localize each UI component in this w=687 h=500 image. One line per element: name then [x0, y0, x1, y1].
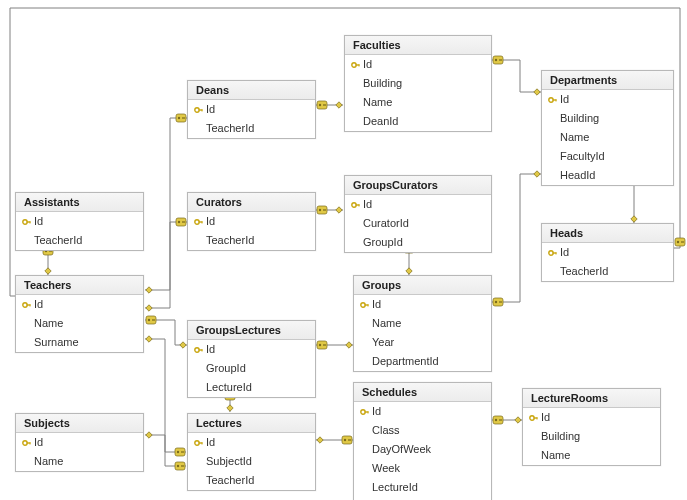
key-icon: [358, 407, 372, 417]
pk-field[interactable]: Id: [542, 90, 673, 109]
field-name: FacultyId: [560, 149, 665, 164]
table-header: Lectures: [188, 414, 315, 433]
svg-rect-5: [359, 64, 360, 66]
fields: IdTeacherId: [542, 243, 673, 281]
field[interactable]: DeanId: [345, 112, 491, 131]
field[interactable]: Week: [354, 459, 491, 478]
field[interactable]: Building: [523, 427, 660, 446]
field-name: Name: [560, 130, 665, 145]
field[interactable]: Name: [523, 446, 660, 465]
pk-field[interactable]: Id: [188, 100, 315, 119]
table-assistants[interactable]: Assistants IdTeacherId: [15, 192, 144, 251]
field[interactable]: TeacherId: [188, 231, 315, 250]
pk-field[interactable]: Id: [542, 243, 673, 262]
table-header: Teachers: [16, 276, 143, 295]
pk-field[interactable]: Id: [188, 433, 315, 452]
field[interactable]: Name: [16, 452, 143, 471]
field-name: Name: [541, 448, 652, 463]
field[interactable]: Class: [354, 421, 491, 440]
fields: IdBuildingName: [523, 408, 660, 465]
field-name: Id: [363, 57, 483, 72]
field[interactable]: Surname: [16, 333, 143, 352]
field-name: DepartmentId: [372, 354, 483, 369]
diagram-canvas[interactable]: Faculties IdBuildingNameDeanId Deans IdT…: [0, 0, 687, 500]
field[interactable]: Name: [354, 314, 491, 333]
svg-rect-38: [202, 442, 203, 444]
field[interactable]: Building: [345, 74, 491, 93]
field[interactable]: Building: [542, 109, 673, 128]
pk-field[interactable]: Id: [354, 402, 491, 421]
table-faculties[interactable]: Faculties IdBuildingNameDeanId: [344, 35, 492, 132]
table-lectures[interactable]: Lectures IdSubjectIdTeacherId: [187, 413, 316, 491]
field[interactable]: GroupId: [345, 233, 491, 252]
table-lecture-rooms[interactable]: LectureRooms IdBuildingName: [522, 388, 661, 466]
field-name: Id: [560, 245, 665, 260]
table-heads[interactable]: Heads IdTeacherId: [541, 223, 674, 282]
field-name: TeacherId: [206, 233, 307, 248]
key-icon: [527, 413, 541, 423]
key-icon: [192, 345, 206, 355]
svg-rect-14: [30, 221, 31, 223]
fields: IdTeacherId: [188, 100, 315, 138]
fields: IdGroupIdLectureId: [188, 340, 315, 397]
fields: IdName: [16, 433, 143, 471]
table-curators[interactable]: Curators IdTeacherId: [187, 192, 316, 251]
key-icon: [546, 95, 560, 105]
table-schedules[interactable]: Schedules IdClassDayOfWeekWeekLectureIdL…: [353, 382, 492, 500]
field-name: Id: [206, 214, 307, 229]
pk-field[interactable]: Id: [354, 295, 491, 314]
field-name: Building: [541, 429, 652, 444]
table-groups[interactable]: Groups IdNameYearDepartmentId: [353, 275, 492, 372]
table-header: GroupsLectures: [188, 321, 315, 340]
table-deans[interactable]: Deans IdTeacherId: [187, 80, 316, 139]
key-icon: [20, 217, 34, 227]
field-name: Building: [560, 111, 665, 126]
key-icon: [192, 105, 206, 115]
field[interactable]: TeacherId: [542, 262, 673, 281]
table-subjects[interactable]: Subjects IdName: [15, 413, 144, 472]
key-icon: [349, 200, 363, 210]
field[interactable]: SubjectId: [188, 452, 315, 471]
field[interactable]: GroupId: [188, 359, 315, 378]
field[interactable]: Name: [345, 93, 491, 112]
field[interactable]: DayOfWeek: [354, 440, 491, 459]
field[interactable]: DepartmentId: [354, 352, 491, 371]
field[interactable]: FacultyId: [542, 147, 673, 166]
svg-rect-17: [202, 221, 203, 223]
pk-field[interactable]: Id: [188, 340, 315, 359]
pk-field[interactable]: Id: [16, 295, 143, 314]
pk-field[interactable]: Id: [523, 408, 660, 427]
field[interactable]: Name: [16, 314, 143, 333]
field[interactable]: Name: [542, 128, 673, 147]
field-name: TeacherId: [206, 121, 307, 136]
field[interactable]: LectureId: [354, 478, 491, 497]
field-name: Id: [206, 102, 307, 117]
field-name: TeacherId: [560, 264, 665, 279]
pk-field[interactable]: Id: [188, 212, 315, 231]
field-name: TeacherId: [206, 473, 307, 488]
pk-field[interactable]: Id: [16, 433, 143, 452]
field[interactable]: Year: [354, 333, 491, 352]
table-header: Subjects: [16, 414, 143, 433]
field[interactable]: CuratorId: [345, 214, 491, 233]
field[interactable]: TeacherId: [16, 231, 143, 250]
pk-field[interactable]: Id: [345, 55, 491, 74]
field-name: Id: [541, 410, 652, 425]
field[interactable]: TeacherId: [188, 119, 315, 138]
field[interactable]: LectureId: [188, 378, 315, 397]
field-name: Class: [372, 423, 483, 438]
field[interactable]: TeacherId: [188, 471, 315, 490]
table-teachers[interactable]: Teachers IdNameSurname: [15, 275, 144, 353]
table-groups-curators[interactable]: GroupsCurators IdCuratorIdGroupId: [344, 175, 492, 253]
field[interactable]: HeadId: [542, 166, 673, 185]
field-name: Id: [363, 197, 483, 212]
pk-field[interactable]: Id: [345, 195, 491, 214]
table-groups-lectures[interactable]: GroupsLectures IdGroupIdLectureId: [187, 320, 316, 398]
field-name: GroupId: [363, 235, 483, 250]
table-header: Faculties: [345, 36, 491, 55]
table-departments[interactable]: Departments IdBuildingNameFacultyIdHeadI…: [541, 70, 674, 186]
fields: IdNameSurname: [16, 295, 143, 352]
fields: IdNameYearDepartmentId: [354, 295, 491, 371]
fields: IdSubjectIdTeacherId: [188, 433, 315, 490]
pk-field[interactable]: Id: [16, 212, 143, 231]
